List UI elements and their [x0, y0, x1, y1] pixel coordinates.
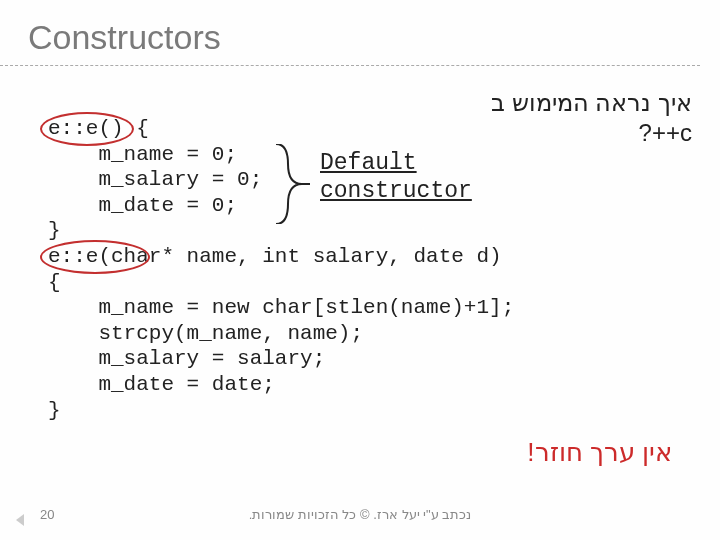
no-return-value-note: אין ערך חוזר! [527, 437, 672, 468]
default-label-l1: Default [320, 150, 417, 176]
red-circle-2 [40, 240, 150, 274]
brace-connector [274, 144, 310, 224]
footer-text: נכתב ע"י יעל ארז. © כל הזכויות שמורות. [0, 507, 720, 522]
default-constructor-label: Default constructor [320, 150, 472, 205]
red-circle-1 [40, 112, 134, 146]
page-number: 20 [40, 507, 54, 522]
footer: 20 נכתב ע"י יעל ארז. © כל הזכויות שמורות… [0, 502, 720, 526]
hebrew-q-line2: c++? [639, 119, 692, 146]
default-label-l2: constructor [320, 178, 472, 204]
hebrew-q-line1: איך נראה המימוש ב [491, 89, 692, 116]
hebrew-question: איך נראה המימוש ב c++? [491, 88, 692, 148]
page-title: Constructors [0, 0, 700, 66]
